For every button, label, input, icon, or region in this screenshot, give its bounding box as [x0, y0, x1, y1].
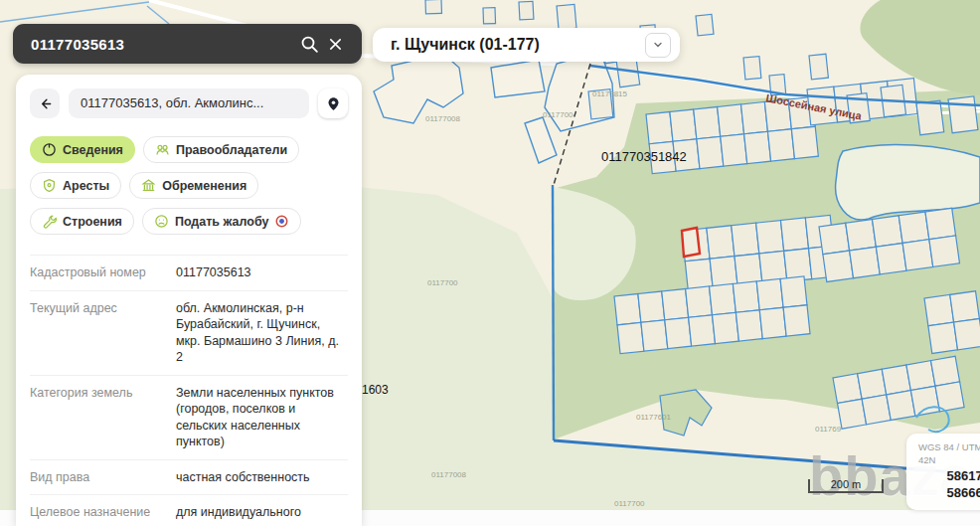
scale-bar: 200 m: [808, 479, 884, 493]
parcel: [696, 14, 714, 36]
parcel: [662, 288, 689, 319]
close-icon[interactable]: [322, 31, 348, 57]
tab-pravoobladateli[interactable]: Правообладатели: [143, 136, 299, 163]
detail-value: 01177035613: [176, 264, 348, 281]
parcel: [838, 399, 867, 429]
coordinate-easting: 586174.85: [918, 467, 980, 485]
parcel: [759, 307, 786, 338]
detail-row: Текущий адресобл. Акмолинская, р-н Бураб…: [30, 290, 348, 375]
detail-label: Категория земель: [30, 385, 176, 450]
parcel: [718, 104, 744, 136]
wrench-icon: [42, 214, 57, 229]
map-label-faint: 0117700: [614, 499, 645, 508]
parcel: [906, 361, 935, 391]
tab-label: Сведения: [63, 143, 123, 157]
selected-parcel[interactable]: [682, 228, 700, 257]
detail-row: Кадастровый номер01177035613: [30, 255, 348, 290]
search-query[interactable]: 01177035613: [31, 36, 296, 53]
parcel: [617, 322, 644, 353]
crs-zone: 42N: [918, 454, 980, 467]
parcel: [887, 391, 915, 421]
parcel: [638, 291, 665, 322]
tab-obremeneniya[interactable]: Обременения: [129, 172, 258, 199]
parcel: [689, 315, 716, 346]
parcel: [872, 216, 902, 247]
address-field[interactable]: 01177035613, обл. Акмолинс...: [69, 88, 309, 118]
tab-podat-zhalobu[interactable]: Подать жалобу: [142, 208, 302, 235]
parcel: [767, 129, 794, 161]
detail-value: Земли населенных пунктов (городов, посел…: [176, 385, 348, 450]
chevron-down-icon[interactable]: [645, 33, 671, 58]
parcel: [721, 134, 747, 166]
parcel: [846, 219, 877, 250]
map-label-faint: 01177008: [431, 470, 467, 479]
region-selector-label: г. Щучинск (01-177): [391, 36, 635, 54]
map-label-faint: 01173815: [592, 89, 628, 98]
parcel: [646, 111, 673, 143]
parcel: [756, 278, 783, 309]
crs-panel: WGS 84 / UTM-з 42N 586174.85 5866638.0: [906, 434, 980, 510]
boundary-line-vertical: [553, 185, 554, 440]
parcel: [833, 374, 862, 404]
map-label-faint: 0117700: [543, 110, 573, 119]
tab-list: СведенияПравообладателиАрестыОбременения…: [30, 136, 348, 235]
back-button[interactable]: [30, 88, 60, 118]
parcel: [735, 310, 762, 341]
tab-label: Аресты: [63, 179, 109, 193]
map-label-parcel-partial: 1603: [362, 383, 389, 397]
parcel: [686, 286, 713, 317]
search-bar[interactable]: 01177035613: [13, 24, 362, 64]
parcel: [910, 386, 939, 416]
tab-svedeniya[interactable]: Сведения: [30, 136, 135, 163]
people-icon: [155, 142, 170, 157]
sad-face-icon: [154, 214, 169, 229]
parcel: [929, 236, 960, 266]
parcel: [924, 294, 954, 325]
shield-icon: [42, 178, 57, 193]
tab-stroeniya[interactable]: Строения: [30, 208, 134, 235]
parcel: [876, 243, 906, 273]
parcel: [614, 293, 641, 324]
detail-row: Целевое назначениедля индивидуального жи…: [30, 494, 348, 526]
bank-icon: [141, 178, 156, 193]
parcel-info-panel: 01177035613, обл. Акмолинс... СведенияПр…: [16, 75, 362, 526]
region-selector[interactable]: г. Щучинск (01-177): [373, 28, 680, 62]
tab-aresty[interactable]: Аресты: [30, 172, 121, 199]
detail-value: обл. Акмолинская, р-н Бурабайский, г. Щу…: [176, 300, 348, 366]
detail-value: частная собственность: [176, 469, 348, 486]
parcel: [882, 365, 910, 395]
parcel: [954, 318, 980, 349]
parcel: [694, 106, 721, 138]
detail-label: Кадастровый номер: [30, 264, 176, 281]
detail-value: для индивидуального жилищного строительс…: [176, 504, 348, 526]
detail-label: Вид права: [30, 469, 176, 486]
parcel: [425, 0, 441, 14]
parcel: [519, 1, 534, 20]
detail-label: Текущий адрес: [30, 300, 176, 366]
locate-pin-button[interactable]: [318, 88, 348, 118]
map-label-faint: 0117700: [427, 278, 458, 287]
map-label-faint: 01177008: [425, 114, 461, 123]
crs-name: WGS 84 / UTM-з: [918, 441, 980, 454]
map-label-faint: 01177601: [636, 413, 672, 422]
parcel: [850, 247, 881, 277]
parcel: [670, 109, 697, 141]
tab-label: Правообладатели: [176, 143, 287, 157]
map-label-faint: 011769: [815, 425, 842, 434]
parcel: [709, 283, 735, 314]
parcel: [743, 57, 761, 80]
parcel: [791, 126, 818, 158]
parcel: [898, 212, 929, 243]
parcel: [697, 136, 724, 168]
parcel: [641, 320, 668, 351]
parcel: [740, 101, 767, 133]
detail-label: Целевое назначение: [30, 504, 176, 526]
parcel: [756, 221, 784, 254]
parcel: [819, 223, 850, 254]
parcel: [916, 100, 944, 135]
stamp-icon: [274, 214, 289, 229]
search-icon[interactable]: [296, 31, 322, 57]
parcel: [732, 223, 759, 256]
map-pond: [836, 144, 980, 220]
parcel: [925, 208, 956, 239]
